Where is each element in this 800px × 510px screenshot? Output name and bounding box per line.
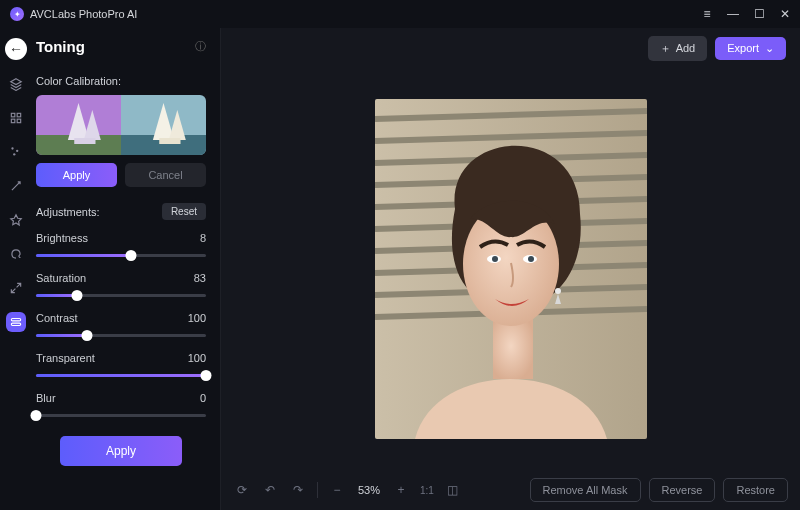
svg-point-6 <box>13 153 15 155</box>
slider-value: 100 <box>188 312 206 324</box>
plus-icon: ＋ <box>660 41 671 56</box>
refresh-icon[interactable]: ⟳ <box>233 483 251 497</box>
crop-icon[interactable] <box>6 210 26 230</box>
adjustments-header: Adjustments: Reset <box>36 203 206 220</box>
svg-point-4 <box>11 147 13 149</box>
titlebar: ✦ AVCLabs PhotoPro AI ≡ ― ☐ ✕ <box>0 0 800 28</box>
zoom-value: 53% <box>356 484 382 496</box>
toolstrip: ← <box>0 28 32 510</box>
side-panel: Toning ⓘ Color Calibration: <box>32 28 220 510</box>
calibration-buttons: Apply Cancel <box>36 163 206 187</box>
slider-track[interactable] <box>36 328 206 342</box>
magic-icon[interactable] <box>6 176 26 196</box>
separator <box>317 482 318 498</box>
app-title: AVCLabs PhotoPro AI <box>30 8 137 20</box>
zoom-out-button[interactable]: − <box>328 483 346 497</box>
cancel-calibration-button[interactable]: Cancel <box>125 163 206 187</box>
svg-point-33 <box>492 256 498 262</box>
reverse-button[interactable]: Reverse <box>649 478 716 502</box>
canvas-topbar: ＋ Add Export ⌄ <box>221 28 800 68</box>
sparkle-icon[interactable] <box>6 142 26 162</box>
toning-icon[interactable] <box>6 312 26 332</box>
undo-icon[interactable]: ↶ <box>261 483 279 497</box>
slider-label: Blur <box>36 392 56 404</box>
svg-rect-0 <box>11 113 15 117</box>
svg-rect-8 <box>11 323 20 325</box>
zoom-in-button[interactable]: + <box>392 483 410 497</box>
apply-calibration-button[interactable]: Apply <box>36 163 117 187</box>
svg-rect-7 <box>11 319 20 321</box>
bottombar-right: Remove All Mask Reverse Restore <box>530 478 788 502</box>
calibration-after-thumb[interactable] <box>121 95 206 155</box>
svg-rect-30 <box>493 319 533 379</box>
svg-rect-13 <box>74 138 95 144</box>
fit-button[interactable]: 1:1 <box>420 485 434 496</box>
slider-value: 83 <box>194 272 206 284</box>
app-logo-icon: ✦ <box>10 7 24 21</box>
slider-saturation: Saturation83 <box>36 272 206 302</box>
redo-icon[interactable]: ↷ <box>289 483 307 497</box>
bottombar-left: ⟳ ↶ ↷ − 53% + 1:1 ◫ <box>233 482 462 498</box>
back-button[interactable]: ← <box>5 38 27 60</box>
paint-icon[interactable] <box>6 244 26 264</box>
slider-value: 100 <box>188 352 206 364</box>
slider-track[interactable] <box>36 368 206 382</box>
slider-label: Transparent <box>36 352 95 364</box>
close-icon[interactable]: ✕ <box>778 7 792 21</box>
svg-point-36 <box>555 288 561 294</box>
preview-image <box>375 99 647 439</box>
selection-icon[interactable] <box>6 108 26 128</box>
calibration-thumbnails <box>36 95 206 155</box>
slider-track[interactable] <box>36 408 206 422</box>
remove-mask-button[interactable]: Remove All Mask <box>530 478 641 502</box>
slider-label: Brightness <box>36 232 88 244</box>
slider-thumb[interactable] <box>31 410 42 421</box>
svg-rect-2 <box>11 119 15 123</box>
viewport[interactable] <box>221 68 800 470</box>
svg-rect-1 <box>17 113 21 117</box>
slider-thumb[interactable] <box>201 370 212 381</box>
minimize-icon[interactable]: ― <box>726 7 740 21</box>
reset-button[interactable]: Reset <box>162 203 206 220</box>
svg-point-35 <box>528 256 534 262</box>
slider-transparent: Transparent100 <box>36 352 206 382</box>
adjustments-label: Adjustments: <box>36 206 100 218</box>
slider-blur: Blur0 <box>36 392 206 422</box>
export-label: Export <box>727 42 759 54</box>
slider-track[interactable] <box>36 248 206 262</box>
slider-contrast: Contrast100 <box>36 312 206 342</box>
add-button[interactable]: ＋ Add <box>648 36 708 61</box>
window-controls: ≡ ― ☐ ✕ <box>700 7 792 21</box>
bottombar: ⟳ ↶ ↷ − 53% + 1:1 ◫ Remove All Mask Reve… <box>221 470 800 510</box>
chevron-down-icon: ⌄ <box>765 42 774 55</box>
slider-value: 8 <box>200 232 206 244</box>
slider-label: Saturation <box>36 272 86 284</box>
apply-adjustments-button[interactable]: Apply <box>60 436 182 466</box>
slider-thumb[interactable] <box>126 250 137 261</box>
slider-track[interactable] <box>36 288 206 302</box>
slider-thumb[interactable] <box>71 290 82 301</box>
app-body: ← Toning ⓘ Color Calibration: <box>0 28 800 510</box>
slider-brightness: Brightness8 <box>36 232 206 262</box>
expand-icon[interactable] <box>6 278 26 298</box>
compare-icon[interactable]: ◫ <box>444 483 462 497</box>
sliders-container: Brightness8Saturation83Contrast100Transp… <box>36 228 206 432</box>
svg-rect-18 <box>159 138 180 144</box>
panel-header: Toning ⓘ <box>36 38 206 55</box>
titlebar-left: ✦ AVCLabs PhotoPro AI <box>10 7 137 21</box>
slider-value: 0 <box>200 392 206 404</box>
canvas-area: ＋ Add Export ⌄ <box>220 28 800 510</box>
info-icon[interactable]: ⓘ <box>195 39 206 54</box>
slider-thumb[interactable] <box>82 330 93 341</box>
svg-point-5 <box>16 150 18 152</box>
export-button[interactable]: Export ⌄ <box>715 37 786 60</box>
panel-title: Toning <box>36 38 85 55</box>
maximize-icon[interactable]: ☐ <box>752 7 766 21</box>
color-calibration-label: Color Calibration: <box>36 75 206 87</box>
menu-icon[interactable]: ≡ <box>700 7 714 21</box>
add-label: Add <box>676 42 696 54</box>
restore-button[interactable]: Restore <box>723 478 788 502</box>
slider-label: Contrast <box>36 312 78 324</box>
calibration-before-thumb[interactable] <box>36 95 121 155</box>
layers-icon[interactable] <box>6 74 26 94</box>
